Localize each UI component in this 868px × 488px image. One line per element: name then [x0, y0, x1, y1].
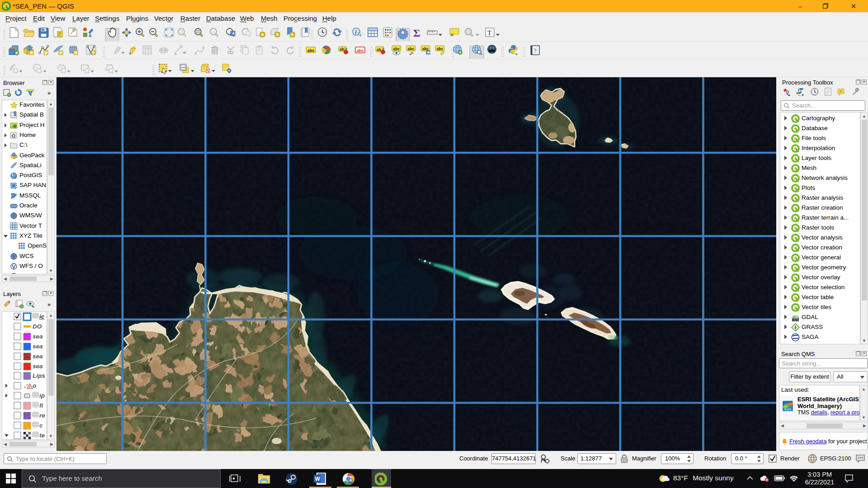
svg-text:a: a — [89, 33, 92, 38]
svg-text:abc: abc — [437, 47, 443, 51]
svg-text:!: ! — [29, 385, 30, 389]
svg-text:ArcGIS: ArcGIS — [784, 408, 791, 411]
svg-text:ab: ab — [340, 47, 344, 52]
svg-text:1:1: 1:1 — [211, 30, 216, 33]
svg-text:?: ? — [534, 47, 537, 54]
svg-text:ab: ab — [377, 47, 381, 52]
svg-text:»: » — [47, 301, 51, 308]
svg-text:W: W — [315, 476, 321, 482]
svg-text:GDAL: GDAL — [793, 319, 799, 321]
svg-text:abc: abc — [422, 47, 429, 51]
svg-text:abc: abc — [307, 48, 315, 53]
svg-text:Σ: Σ — [413, 27, 420, 39]
svg-text:abc: abc — [408, 47, 415, 51]
svg-text:abc: abc — [393, 47, 400, 51]
svg-text:abc: abc — [357, 48, 364, 53]
svg-text:T: T — [487, 29, 491, 37]
svg-text:»: » — [47, 89, 51, 96]
